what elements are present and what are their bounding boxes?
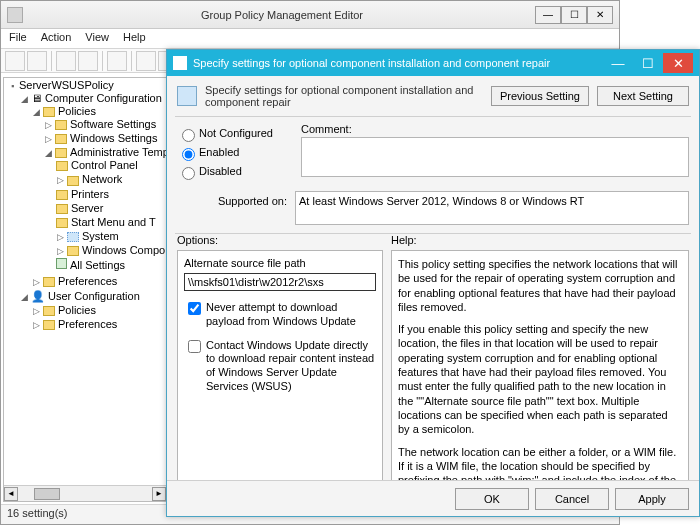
dialog-minimize-button[interactable]: — bbox=[603, 53, 633, 73]
close-button[interactable]: ✕ bbox=[587, 6, 613, 24]
scroll-thumb[interactable] bbox=[34, 488, 60, 500]
ok-button[interactable]: OK bbox=[455, 488, 529, 510]
dialog-icon bbox=[173, 56, 187, 70]
dialog-maximize-button[interactable]: ☐ bbox=[633, 53, 663, 73]
help-text: This policy setting specifies the networ… bbox=[398, 257, 682, 314]
tree-user-configuration[interactable]: ◢👤 User Configuration ▷Policies ▷Prefere… bbox=[20, 289, 166, 332]
tree-user-policies[interactable]: ▷Policies bbox=[32, 303, 166, 317]
up-icon[interactable] bbox=[56, 51, 76, 71]
radio-disabled[interactable]: Disabled bbox=[177, 164, 287, 180]
tree-computer-configuration[interactable]: ◢🖥 Computer Configuration ◢Policies ▷Sof… bbox=[20, 91, 166, 289]
comment-label: Comment: bbox=[301, 123, 352, 135]
help-label: Help: bbox=[391, 234, 417, 246]
gpme-titlebar[interactable]: Group Policy Management Editor — ☐ ✕ bbox=[1, 1, 619, 29]
supported-on-field: At least Windows Server 2012, Windows 8 … bbox=[295, 191, 689, 225]
tree-system[interactable]: ▷System bbox=[56, 229, 166, 243]
tree-admin-templates[interactable]: ◢Administrative Templ Control Panel ▷Net… bbox=[44, 145, 166, 273]
menu-bar: File Action View Help bbox=[1, 29, 619, 49]
previous-setting-button[interactable]: Previous Setting bbox=[491, 86, 589, 106]
options-panel: Alternate source file path Never attempt… bbox=[177, 250, 383, 486]
menu-file[interactable]: File bbox=[9, 31, 27, 46]
help-text: If you enable this policy setting and sp… bbox=[398, 322, 682, 436]
show-hide-icon[interactable] bbox=[78, 51, 98, 71]
tree-user-preferences[interactable]: ▷Preferences bbox=[32, 317, 166, 331]
menu-view[interactable]: View bbox=[85, 31, 109, 46]
help-panel[interactable]: This policy setting specifies the networ… bbox=[391, 250, 689, 486]
comment-field[interactable] bbox=[301, 137, 689, 177]
radio-not-configured[interactable]: Not Configured bbox=[177, 126, 287, 142]
tree-network[interactable]: ▷Network bbox=[56, 172, 166, 186]
tree-preferences[interactable]: ▷Preferences bbox=[32, 274, 166, 288]
contact-wu-label: Contact Windows Update directly to downl… bbox=[206, 339, 376, 394]
menu-action[interactable]: Action bbox=[41, 31, 72, 46]
cancel-button[interactable]: Cancel bbox=[535, 488, 609, 510]
menu-help[interactable]: Help bbox=[123, 31, 146, 46]
dialog-titlebar[interactable]: Specify settings for optional component … bbox=[167, 50, 699, 76]
policy-name: Specify settings for optional component … bbox=[205, 84, 483, 108]
options-label: Options: bbox=[177, 234, 383, 246]
tree-policies[interactable]: ◢Policies ▷Software Settings ▷Windows Se… bbox=[32, 104, 166, 274]
supported-on-label: Supported on: bbox=[177, 191, 287, 225]
nav-back-icon[interactable] bbox=[5, 51, 25, 71]
tree-start-menu[interactable]: Start Menu and T bbox=[56, 215, 166, 229]
tree-software-settings[interactable]: ▷Software Settings bbox=[44, 117, 166, 131]
dialog-close-button[interactable]: ✕ bbox=[663, 53, 693, 73]
tree-windows-components[interactable]: ▷Windows Compo bbox=[56, 243, 166, 257]
next-setting-button[interactable]: Next Setting bbox=[597, 86, 689, 106]
tree-h-scrollbar[interactable]: ◄ ► bbox=[4, 485, 166, 501]
app-icon bbox=[7, 7, 23, 23]
scroll-left-icon[interactable]: ◄ bbox=[4, 487, 18, 501]
scroll-right-icon[interactable]: ► bbox=[152, 487, 166, 501]
contact-wu-checkbox[interactable] bbox=[188, 340, 201, 353]
policy-tree[interactable]: ▪ServerWSUSPolicy ◢🖥 Computer Configurat… bbox=[3, 77, 167, 502]
separator bbox=[51, 51, 52, 71]
never-download-label: Never attempt to download payload from W… bbox=[206, 301, 376, 329]
separator bbox=[102, 51, 103, 71]
maximize-button[interactable]: ☐ bbox=[561, 6, 587, 24]
state-radios: Not Configured Enabled Disabled bbox=[177, 123, 287, 183]
help-icon[interactable] bbox=[136, 51, 156, 71]
never-download-checkbox[interactable] bbox=[188, 302, 201, 315]
policy-icon bbox=[177, 86, 197, 106]
radio-enabled[interactable]: Enabled bbox=[177, 145, 287, 161]
tree-printers[interactable]: Printers bbox=[56, 187, 166, 201]
tree-windows-settings[interactable]: ▷Windows Settings bbox=[44, 131, 166, 145]
tree-root[interactable]: ▪ServerWSUSPolicy ◢🖥 Computer Configurat… bbox=[8, 78, 166, 333]
apply-button[interactable]: Apply bbox=[615, 488, 689, 510]
tree-server[interactable]: Server bbox=[56, 201, 166, 215]
gpme-title: Group Policy Management Editor bbox=[29, 9, 535, 21]
properties-icon[interactable] bbox=[107, 51, 127, 71]
alt-source-input[interactable] bbox=[184, 273, 376, 291]
nav-fwd-icon[interactable] bbox=[27, 51, 47, 71]
tree-all-settings[interactable]: All Settings bbox=[56, 257, 166, 272]
tree-control-panel[interactable]: Control Panel bbox=[56, 158, 166, 172]
policy-dialog: Specify settings for optional component … bbox=[166, 49, 700, 517]
dialog-title: Specify settings for optional component … bbox=[193, 57, 603, 69]
separator bbox=[131, 51, 132, 71]
minimize-button[interactable]: — bbox=[535, 6, 561, 24]
alt-source-label: Alternate source file path bbox=[184, 257, 376, 269]
